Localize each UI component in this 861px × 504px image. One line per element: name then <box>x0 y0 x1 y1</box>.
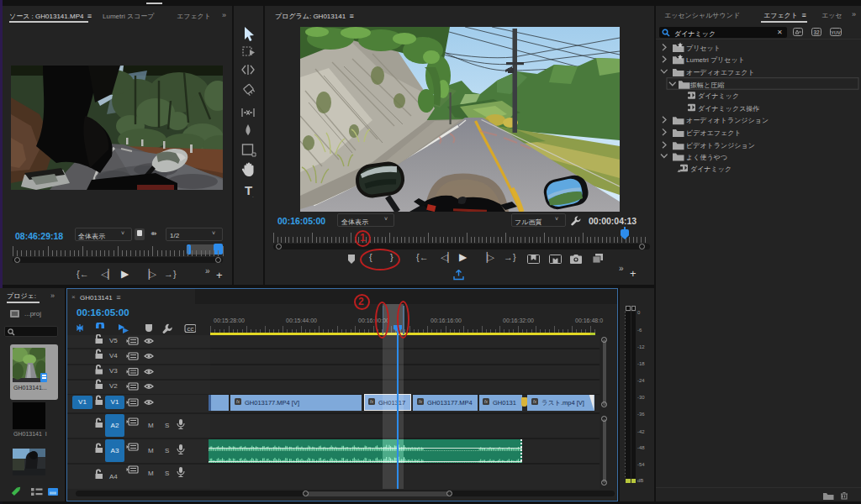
svg-text:T: T <box>245 183 252 197</box>
svg-text:S: S <box>165 470 169 477</box>
svg-text:.: . <box>252 193 254 198</box>
svg-text:M: M <box>148 470 154 477</box>
svg-text:よく使うやつ: よく使うやつ <box>686 154 727 161</box>
svg-text:CC: CC <box>188 327 194 332</box>
svg-text:M: M <box>148 422 154 429</box>
svg-text:プリセット: プリセット <box>686 45 721 52</box>
svg-text:YUV: YUV <box>831 30 841 35</box>
svg-text:32: 32 <box>813 29 820 35</box>
svg-text:S: S <box>165 422 169 429</box>
svg-text:オーディオエフェクト: オーディオエフェクト <box>686 69 755 76</box>
svg-text:Lumetri プリセット: Lumetri プリセット <box>686 56 745 64</box>
svg-text:M: M <box>148 447 154 454</box>
svg-text:ビデオトランジション: ビデオトランジション <box>686 142 755 150</box>
svg-text:ダイナミック: ダイナミック <box>698 92 739 100</box>
svg-text:ダイナミックス操作: ダイナミックス操作 <box>698 105 759 113</box>
svg-text:オーディオトランジション: オーディオトランジション <box>686 117 769 124</box>
svg-text:S: S <box>165 447 169 454</box>
svg-text:ダイナミック: ダイナミック <box>690 165 732 173</box>
svg-text:ビデオエフェクト: ビデオエフェクト <box>686 129 742 137</box>
svg-text:振幅と圧縮: 振幅と圧縮 <box>690 81 724 89</box>
